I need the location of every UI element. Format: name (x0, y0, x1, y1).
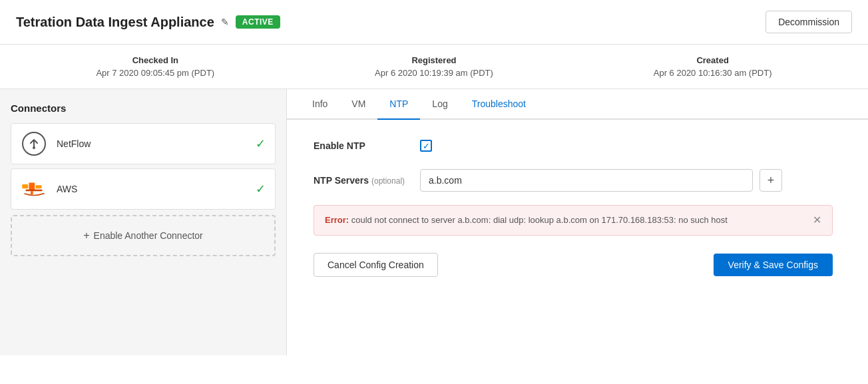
tab-log[interactable]: Log (420, 89, 459, 120)
connectors-title: Connectors (11, 102, 276, 114)
page-title: Tetration Data Ingest Appliance (16, 15, 214, 30)
netflow-icon (21, 130, 47, 157)
status-badge: ACTIVE (236, 15, 280, 29)
ntp-servers-input[interactable] (420, 169, 753, 192)
edit-icon[interactable]: ✎ (221, 17, 229, 27)
ntp-servers-label: NTP Servers(optional) (314, 175, 420, 186)
enable-ntp-row: Enable NTP ✓ (314, 140, 841, 152)
sidebar: Connectors NetFlow ✓ (0, 89, 286, 355)
close-error-icon[interactable]: ✕ (813, 214, 821, 226)
ntp-servers-row: NTP Servers(optional) + (314, 169, 841, 192)
error-text: Error: could not connect to server a.b.c… (325, 214, 728, 227)
plus-icon: + (83, 230, 89, 242)
tab-troubleshoot[interactable]: Troubleshoot (460, 89, 538, 120)
svg-point-0 (33, 146, 35, 149)
main-content: Connectors NetFlow ✓ (0, 89, 868, 355)
checked-in-value: Apr 7 2020 09:05:45 pm (PDT) (96, 68, 214, 78)
aws-name: AWS (57, 184, 256, 194)
verify-save-button[interactable]: Verify & Save Configs (714, 254, 833, 276)
connector-aws[interactable]: AWS ✓ (11, 168, 276, 210)
created-info: Created Apr 6 2020 10:16:30 am (PDT) (654, 55, 772, 78)
enable-ntp-checkbox[interactable]: ✓ (420, 140, 432, 152)
netflow-name: NetFlow (57, 138, 256, 149)
error-message: could not connect to server a.b.com: dia… (349, 215, 728, 225)
connector-netflow[interactable]: NetFlow ✓ (11, 123, 276, 164)
error-banner: Error: could not connect to server a.b.c… (314, 205, 833, 236)
registered-info: Registered Apr 6 2020 10:19:39 am (PDT) (375, 55, 493, 78)
netflow-status-icon: ✓ (256, 136, 266, 151)
add-ntp-server-button[interactable]: + (760, 169, 782, 192)
enable-another-connector-button[interactable]: + Enable Another Connector (11, 215, 276, 256)
action-buttons-row: Cancel Config Creation Verify & Save Con… (314, 253, 833, 277)
svg-rect-3 (36, 185, 42, 188)
tab-vm[interactable]: VM (339, 89, 377, 120)
page-header: Tetration Data Ingest Appliance ✎ ACTIVE… (0, 0, 868, 45)
checked-in-label: Checked In (96, 55, 214, 65)
svg-rect-4 (31, 191, 33, 194)
svg-marker-6 (43, 193, 45, 195)
svg-rect-5 (25, 190, 42, 192)
aws-icon (21, 176, 47, 202)
ntp-tab-content: Enable NTP ✓ NTP Servers(optional) + Err… (287, 120, 868, 297)
created-label: Created (654, 55, 772, 65)
meta-info-row: Checked In Apr 7 2020 09:05:45 pm (PDT) … (0, 45, 868, 89)
cancel-config-button[interactable]: Cancel Config Creation (314, 253, 438, 277)
tab-ntp[interactable]: NTP (377, 89, 420, 120)
enable-another-label: Enable Another Connector (94, 230, 203, 241)
tab-info[interactable]: Info (300, 89, 339, 120)
checked-in-info: Checked In Apr 7 2020 09:05:45 pm (PDT) (96, 55, 214, 78)
registered-value: Apr 6 2020 10:19:39 am (PDT) (375, 68, 493, 78)
aws-logo-icon (21, 180, 47, 198)
netflow-arrow-icon (28, 138, 40, 150)
enable-ntp-label: Enable NTP (314, 140, 420, 151)
decommission-button[interactable]: Decommission (765, 11, 852, 33)
created-value: Apr 6 2020 10:16:30 am (PDT) (654, 68, 772, 78)
error-prefix: Error: (325, 215, 349, 225)
svg-rect-2 (29, 183, 35, 190)
registered-label: Registered (375, 55, 493, 65)
aws-status-icon: ✓ (256, 182, 266, 196)
svg-rect-1 (22, 184, 28, 188)
right-panel: Info VM NTP Log Troubleshoot Enable NTP … (286, 89, 868, 355)
tab-bar: Info VM NTP Log Troubleshoot (287, 89, 868, 120)
